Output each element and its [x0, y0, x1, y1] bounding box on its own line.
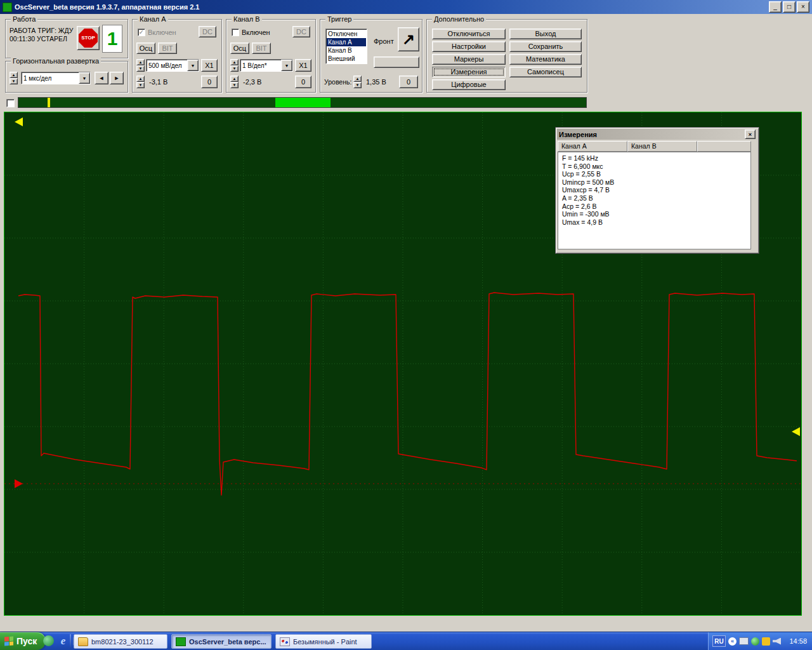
disconnect-button[interactable]: Отключиться	[432, 29, 506, 39]
marker-yellow-right[interactable]	[792, 427, 800, 436]
channel-a-bit-button[interactable]: BIT	[158, 43, 177, 54]
channel-b-scale-spinner[interactable]: ▲ ▼	[230, 59, 239, 72]
internet-explorer-icon[interactable]: e	[58, 635, 69, 646]
channel-a-osc-button[interactable]: Осц	[136, 43, 155, 54]
channel-b-enabled-checkbox[interactable]: Включен	[232, 29, 270, 36]
system-tray: RU « 14:58	[708, 632, 812, 650]
spin-up-icon[interactable]: ▲	[136, 59, 145, 65]
spin-down-icon[interactable]: ▼	[136, 65, 145, 72]
sweep-right-button[interactable]: ►	[110, 72, 124, 84]
measurements-list: F = 145 kHz T = 6,900 мкс Uср = 2,55 В U…	[558, 152, 751, 249]
tray-chevron-icon[interactable]: «	[728, 637, 737, 646]
column-header-channel-a[interactable]: Канал А	[558, 141, 627, 152]
marker-yellow-left-top[interactable]	[15, 117, 23, 126]
recorder-button[interactable]: Самописец	[509, 67, 582, 77]
channel-a-offset-spinner[interactable]: ▲ ▼	[136, 76, 145, 88]
group-channel-a: Канал А ✓ Включен DC Осц BIT ▲ ▼ 500 мВ/…	[132, 19, 222, 93]
channel-a-scale-select[interactable]: 500 мВ/дел ▼	[146, 59, 199, 72]
task-button-folder[interactable]: bm8021-23_300112	[74, 634, 167, 649]
position-marker[interactable]	[48, 98, 50, 107]
trigger-level-spinner[interactable]: ▲ ▼	[353, 76, 362, 88]
channel-a-dc-button[interactable]: DC	[199, 26, 216, 37]
spin-up-icon[interactable]: ▲	[230, 76, 239, 82]
trigger-source-list[interactable]: Отключен Канал А Канал В Внешний	[325, 29, 367, 64]
trigger-zero-button[interactable]: 0	[399, 76, 418, 88]
maximize-button[interactable]: □	[783, 1, 796, 13]
measurement-row: T = 6,900 мкс	[562, 162, 750, 171]
channel-a-scale-spinner[interactable]: ▲ ▼	[136, 59, 145, 72]
settings-button[interactable]: Настройки	[432, 41, 506, 52]
markers-button[interactable]: Маркеры	[432, 54, 506, 65]
close-button[interactable]: ×	[797, 1, 809, 13]
channel-a-zero-button[interactable]: 0	[201, 76, 218, 88]
tray-network-icon[interactable]	[751, 637, 759, 646]
group-extra-label: Дополнительно	[432, 15, 486, 23]
sweep-spinner[interactable]: ▲ ▼	[10, 72, 18, 84]
channel-a-enabled-checkbox[interactable]: ✓ Включен	[138, 29, 176, 36]
spin-up-icon[interactable]: ▲	[353, 76, 362, 82]
digital-button[interactable]: Цифровые	[432, 79, 506, 90]
channel-b-gain-button[interactable]: X1	[295, 59, 311, 72]
sweep-select[interactable]: 1 мкс/дел ▼	[21, 72, 91, 84]
spin-down-icon[interactable]: ▼	[230, 65, 239, 72]
spin-up-icon[interactable]: ▲	[136, 76, 145, 82]
channel-b-scale-select[interactable]: 1 В/дел* ▼	[240, 59, 293, 72]
stop-button[interactable]: STOP	[77, 26, 100, 50]
exit-button[interactable]: Выход	[509, 29, 582, 39]
channel-b-zero-button[interactable]: 0	[295, 76, 311, 88]
start-button[interactable]: Пуск	[0, 632, 46, 650]
measurement-row: Umax = 4,9 В	[562, 218, 750, 227]
spin-down-icon[interactable]: ▼	[230, 82, 239, 88]
position-window[interactable]	[275, 98, 331, 107]
close-icon[interactable]: ×	[745, 129, 756, 139]
channel-a-gain-button[interactable]: X1	[201, 59, 218, 72]
chevron-down-icon[interactable]: ▼	[281, 60, 292, 71]
tray-update-icon[interactable]	[762, 637, 770, 646]
sweep-left-button[interactable]: ◄	[95, 72, 108, 84]
spin-up-icon[interactable]: ▲	[10, 72, 18, 78]
column-header-channel-b[interactable]: Канал В	[627, 141, 697, 152]
chevron-down-icon[interactable]: ▼	[187, 60, 199, 71]
trigger-source-option[interactable]: Отключен	[327, 30, 366, 38]
position-bar[interactable]	[18, 97, 587, 108]
windows-logo-icon	[4, 636, 13, 646]
task-button-paint[interactable]: Безымянный - Paint	[275, 634, 372, 649]
minimize-button[interactable]: _	[769, 1, 782, 13]
position-checkbox[interactable]	[6, 99, 15, 107]
tray-keyboard-icon[interactable]	[739, 637, 749, 645]
group-sweep: Горизонтальная развертка ▲ ▼ 1 мкс/дел ▼…	[5, 61, 128, 93]
channel-b-enabled-label: Включен	[242, 29, 270, 36]
app-window: OscServer_beta версия 1.9.3.7, аппаратна…	[0, 0, 812, 650]
trigger-edge-button[interactable]: ↗	[398, 27, 419, 51]
measurement-row: A = 2,35 В	[562, 194, 750, 202]
channel-b-bit-button[interactable]: BIT	[252, 43, 271, 54]
group-channel-b: Канал В Включен DC Осц BIT ▲ ▼ 1 В/дел* …	[226, 19, 316, 93]
trigger-source-option-selected[interactable]: Канал А	[327, 38, 366, 46]
channel-b-dc-button[interactable]: DC	[292, 26, 310, 37]
group-sweep-label: Горизонтальная развертка	[11, 57, 101, 65]
chevron-down-icon[interactable]: ▼	[79, 72, 90, 84]
spin-down-icon[interactable]: ▼	[10, 78, 18, 84]
trigger-extra-button[interactable]	[374, 56, 419, 68]
trigger-source-option[interactable]: Канал В	[327, 46, 366, 55]
save-button[interactable]: Сохранить	[509, 41, 582, 52]
channel-b-offset-spinner[interactable]: ▲ ▼	[230, 76, 239, 88]
trigger-source-option[interactable]: Внешний	[327, 55, 366, 63]
tray-volume-icon[interactable]	[773, 637, 781, 646]
math-button[interactable]: Математика	[509, 54, 582, 65]
spin-down-icon[interactable]: ▼	[136, 82, 145, 88]
measurements-button[interactable]: Измерения	[432, 67, 506, 77]
task-button-oscserver[interactable]: OscServer_beta верс...	[171, 634, 272, 649]
marker-red-ground[interactable]	[15, 479, 23, 488]
group-trigger: Триггер Отключен Канал А Канал В Внешний…	[320, 19, 422, 93]
browser-globe-icon[interactable]	[43, 635, 54, 646]
channel-b-osc-button[interactable]: Осц	[230, 43, 249, 54]
spin-down-icon[interactable]: ▼	[353, 82, 362, 88]
trigger-level-value: 1,35 В	[366, 78, 386, 86]
work-status-line2: 00:11:30 УСТАРЕЛ	[10, 35, 67, 43]
measurement-row: Uminср = 500 мВ	[562, 178, 750, 187]
measurements-titlebar[interactable]: Измерения ×	[557, 129, 757, 140]
app-icon	[3, 3, 12, 12]
language-indicator[interactable]: RU	[712, 635, 726, 647]
spin-up-icon[interactable]: ▲	[230, 59, 239, 65]
